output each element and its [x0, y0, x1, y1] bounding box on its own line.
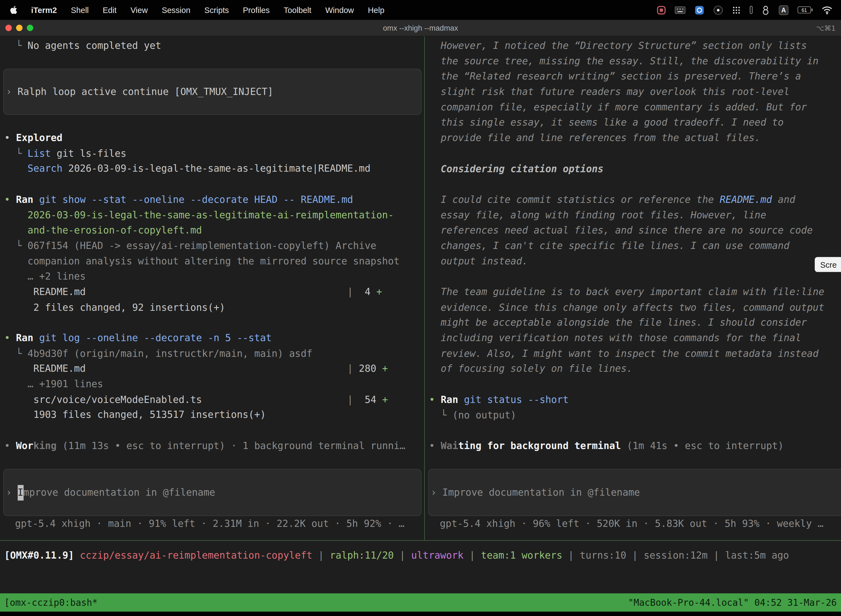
terminal-line: [OMX#0.11.9] cczip/essay/ai-reimplementa…: [4, 548, 841, 563]
left-terminal-pane: └ No agents completed yet › Ralph loop a…: [0, 37, 424, 540]
terminal-line: The team guideline is to back every impo…: [429, 284, 841, 300]
left-transcript: • Explored └ List git ls-files Search 20…: [4, 115, 424, 454]
terminal-line: Search 2026-03-09-is-legal-the-same-as-l…: [4, 161, 424, 177]
text-segment: companion file, especially if more comme…: [429, 101, 807, 113]
text-segment: Ran: [16, 332, 34, 343]
text-segment: and-the-erosion-of-copyleft.md: [4, 224, 202, 236]
text-segment: … +1901 lines: [4, 378, 103, 390]
text-segment: |: [394, 550, 411, 561]
dots-grid-icon[interactable]: [732, 6, 741, 14]
text-segment: git status --short: [464, 393, 568, 405]
terminal-line: └ 4b9d30f (origin/main, instructkr/main,…: [4, 346, 424, 361]
window-title: omx --xhigh --madmax: [0, 24, 841, 32]
model-status-line-right: gpt-5.4 xhigh · 96% left · 520K in · 5.8…: [429, 516, 841, 532]
app-icon-outline[interactable]: [762, 5, 769, 15]
close-button[interactable]: [5, 25, 12, 31]
text-segment: might be acceptable alongside the file l…: [429, 317, 807, 328]
text-segment: +: [382, 363, 388, 374]
right-transcript: However, I noticed the “Directory Struct…: [429, 38, 841, 454]
text-segment: including verification notes with those …: [429, 332, 801, 343]
terminal-line: the source tree, missing the essay. Stil…: [429, 54, 841, 69]
terminal-line: … +1901 lines: [4, 377, 424, 392]
text-segment: •: [429, 440, 441, 451]
text-segment: |: [202, 393, 353, 405]
terminal-line: evidence. Since this change only affects…: [429, 300, 841, 315]
terminal-line: └ 067f154 (HEAD -> essay/ai-reimplementa…: [4, 238, 424, 254]
menu-item-window[interactable]: Window: [318, 5, 361, 14]
screen-edge-button[interactable]: Scre: [815, 257, 841, 272]
blank-line: [4, 54, 424, 69]
titlebar[interactable]: omx --xhigh --madmax ⌥⌘1: [0, 20, 841, 37]
apple-menu[interactable]: [5, 5, 24, 14]
text-segment: List: [28, 147, 51, 159]
text-segment: Explored: [16, 132, 63, 143]
prompt-input-left[interactable]: › Improve documentation in @filename: [3, 469, 422, 516]
text-segment: king: [34, 440, 57, 451]
separator-pill-icon[interactable]: [750, 6, 753, 14]
blank-line: [429, 423, 841, 438]
text-segment: Search: [28, 163, 62, 174]
terminal-line: • Waiting for background terminal (1m 41…: [429, 438, 841, 454]
text-segment: and: [772, 194, 795, 205]
menu-item-help[interactable]: Help: [361, 5, 391, 14]
menu-item-edit[interactable]: Edit: [96, 5, 124, 14]
text-segment: README.md: [4, 363, 86, 374]
text-segment: [34, 194, 39, 205]
text-segment: •: [4, 332, 16, 343]
keyboard-icon[interactable]: [675, 6, 686, 13]
text-segment: cczip/essay/ai-reimplementation-copyleft: [80, 550, 312, 561]
text-segment: |: [85, 286, 353, 297]
screen-recording-stop-icon[interactable]: [657, 6, 665, 14]
terminal-line: companion file, especially if more comme…: [429, 100, 841, 115]
terminal-line: changes, I can't cite specific file line…: [429, 238, 841, 254]
omx-status-line: [OMX#0.11.9] cczip/essay/ai-reimplementa…: [4, 548, 841, 563]
blank-line: [4, 315, 424, 331]
text-segment: team:1 workers: [481, 550, 562, 561]
terminal-line: slight risk that future readers may over…: [429, 84, 841, 100]
menu-item-toolbelt[interactable]: Toolbelt: [277, 5, 318, 14]
menu-item-iterm2[interactable]: iTerm2: [24, 5, 64, 14]
text-segment: provide file and line references from th…: [429, 132, 760, 143]
model-status-line-left: gpt-5.4 xhigh · main · 91% left · 2.31M …: [4, 516, 424, 532]
terminal-line: • Working (11m 13s • esc to interrupt) ·…: [4, 438, 424, 454]
wifi-icon[interactable]: [822, 6, 832, 14]
screen: iTerm2 Shell Edit View Session Scripts P…: [0, 0, 841, 616]
app-icon-blue[interactable]: [694, 5, 704, 15]
text-segment: git show --stat --oneline --decorate HEA…: [39, 194, 353, 205]
menu-item-scripts[interactable]: Scripts: [197, 5, 236, 14]
app-icon-dark-circle[interactable]: [713, 5, 723, 15]
text-segment: └: [4, 348, 28, 359]
terminal-line: 2026-03-09-is-legal-the-same-as-legitima…: [4, 207, 424, 223]
text-segment: 4: [353, 286, 377, 297]
text-segment: Wai: [441, 440, 458, 451]
text-segment: •: [4, 132, 16, 143]
menu-item-profiles[interactable]: Profiles: [236, 5, 277, 14]
terminal-line: • Ran git show --stat --oneline --decora…: [4, 192, 424, 208]
minimize-button[interactable]: [16, 25, 22, 31]
banner-text: Ralph loop active continue [OMX_TMUX_INJ…: [18, 84, 273, 100]
prompt-input-right[interactable]: › Improve documentation in @filename: [428, 469, 841, 516]
text-segment: 280: [353, 363, 382, 374]
battery-icon[interactable]: 61: [798, 6, 813, 13]
text-segment: [4, 163, 28, 174]
text-segment: this single essay, it seems like a good …: [429, 117, 784, 128]
tmux-session-info: [omx-cczip0:bash*: [4, 597, 98, 608]
zoom-button[interactable]: [27, 25, 33, 31]
input-source-icon[interactable]: A: [779, 5, 788, 15]
terminal-line: 2 files changed, 92 insertions(+): [4, 300, 424, 315]
text-segment: README.md: [4, 286, 86, 297]
terminal-line: However, I noticed the “Directory Struct…: [429, 38, 841, 54]
menu-item-shell[interactable]: Shell: [64, 5, 95, 14]
text-segment: src/voice/voiceModeEnabled.ts: [4, 393, 202, 405]
terminal-line: I could cite commit statistics or refere…: [429, 192, 841, 208]
text-segment: └: [429, 409, 452, 420]
menu-item-session[interactable]: Session: [155, 5, 197, 14]
text-segment: 4b9d30f (origin/main, instructkr/main, m…: [28, 348, 312, 359]
text-segment: However, I noticed the “Directory Struct…: [429, 40, 807, 51]
text-segment: 2026-03-09-is-legal-the-same-as-legitima…: [4, 209, 394, 220]
menu-item-view[interactable]: View: [124, 5, 155, 14]
omx-status-pane: [OMX#0.11.9] cczip/essay/ai-reimplementa…: [0, 541, 841, 593]
terminal-line: provide file and line references from th…: [429, 131, 841, 146]
text-segment: └: [4, 147, 28, 159]
blank-line: [4, 423, 424, 438]
